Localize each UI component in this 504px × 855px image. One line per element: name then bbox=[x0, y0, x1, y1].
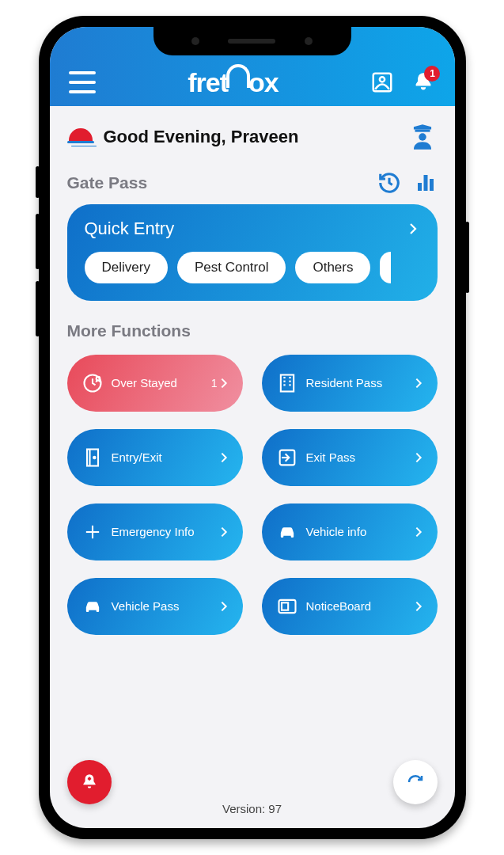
svg-rect-2 bbox=[415, 130, 430, 132]
door-icon bbox=[81, 446, 104, 469]
svg-point-3 bbox=[419, 133, 426, 141]
function-vehicle-info[interactable]: Vehicle info bbox=[262, 504, 438, 560]
svg-rect-24 bbox=[282, 602, 288, 610]
phone-frame: fret ox 1 bbox=[39, 16, 466, 839]
phone-notch bbox=[153, 27, 351, 55]
phone-screen: fret ox 1 bbox=[50, 27, 455, 828]
function-exit-pass[interactable]: Exit Pass bbox=[262, 429, 438, 486]
greeting-row: Good Evening, Praveen bbox=[67, 122, 438, 152]
quick-chip-delivery[interactable]: Delivery bbox=[85, 252, 168, 283]
function-label: Over Stayed bbox=[112, 376, 208, 390]
function-emergency-info[interactable]: Emergency Info bbox=[67, 504, 243, 560]
function-label: Resident Pass bbox=[306, 376, 412, 390]
refresh-fab[interactable] bbox=[393, 760, 438, 804]
gallery-icon[interactable] bbox=[370, 70, 394, 94]
svg-point-18 bbox=[93, 457, 95, 458]
function-vehicle-pass[interactable]: Vehicle Pass bbox=[67, 578, 243, 635]
clock-person-icon bbox=[81, 372, 104, 394]
chevron-right-icon[interactable] bbox=[406, 222, 420, 236]
exit-arrow-icon bbox=[276, 446, 298, 469]
chevron-right-icon bbox=[218, 600, 230, 613]
function-noticeboard[interactable]: NoticeBoard bbox=[262, 578, 438, 635]
function-badge: 1 bbox=[211, 377, 218, 390]
chevron-right-icon bbox=[218, 377, 230, 390]
header-actions: 1 bbox=[370, 70, 435, 94]
phone-side-button bbox=[36, 214, 40, 269]
quick-entry-card: Quick Entry Delivery Pest Control Others bbox=[67, 204, 438, 301]
function-entry-exit[interactable]: Entry/Exit bbox=[67, 429, 243, 486]
bar-chart-icon[interactable] bbox=[414, 171, 438, 195]
menu-button[interactable] bbox=[69, 71, 96, 93]
version-label: Version: 97 bbox=[50, 802, 455, 815]
app-logo: fret ox bbox=[188, 67, 278, 98]
svg-point-1 bbox=[380, 77, 385, 82]
function-resident-pass[interactable]: Resident Pass bbox=[262, 355, 438, 412]
quick-chip-more[interactable] bbox=[380, 252, 391, 283]
chevron-right-icon bbox=[218, 451, 230, 464]
function-label: Vehicle info bbox=[306, 525, 412, 538]
function-label: Vehicle Pass bbox=[112, 599, 218, 613]
sunset-icon bbox=[67, 124, 94, 150]
svg-rect-4 bbox=[418, 183, 422, 191]
quick-chip-others[interactable]: Others bbox=[295, 252, 370, 283]
logo-text-right: ox bbox=[248, 67, 279, 98]
chevron-right-icon bbox=[412, 600, 425, 613]
history-icon[interactable] bbox=[377, 171, 401, 195]
notification-bell-button[interactable]: 1 bbox=[411, 70, 435, 94]
gate-pass-title: Gate Pass bbox=[67, 173, 148, 192]
security-guard-icon[interactable] bbox=[407, 122, 438, 152]
bell-plus-icon bbox=[79, 772, 100, 792]
functions-grid: Over Stayed 1 Resident Pass bbox=[67, 355, 438, 635]
plus-icon bbox=[81, 521, 104, 543]
more-functions-title: More Functions bbox=[67, 321, 438, 340]
phone-side-button bbox=[465, 222, 469, 293]
refresh-icon bbox=[406, 773, 425, 792]
svg-rect-5 bbox=[423, 175, 427, 191]
function-label: NoticeBoard bbox=[306, 599, 412, 613]
function-label: Emergency Info bbox=[112, 525, 218, 538]
car-icon bbox=[276, 521, 298, 543]
svg-rect-9 bbox=[280, 375, 293, 392]
chevron-right-icon bbox=[412, 377, 425, 390]
phone-side-button bbox=[36, 281, 40, 336]
svg-rect-16 bbox=[87, 450, 98, 466]
emergency-fab[interactable] bbox=[67, 760, 112, 804]
function-label: Exit Pass bbox=[306, 450, 412, 464]
quick-chip-pest-control[interactable]: Pest Control bbox=[177, 252, 286, 283]
noticeboard-icon bbox=[276, 595, 298, 618]
function-over-stayed[interactable]: Over Stayed 1 bbox=[67, 355, 243, 412]
car-icon bbox=[81, 595, 104, 618]
function-label: Entry/Exit bbox=[112, 450, 218, 464]
chevron-right-icon bbox=[218, 526, 230, 538]
svg-rect-6 bbox=[430, 179, 434, 191]
logo-text-left: fret bbox=[188, 67, 228, 98]
phone-side-button bbox=[36, 166, 40, 198]
quick-entry-title: Quick Entry bbox=[85, 218, 175, 239]
notification-badge: 1 bbox=[424, 66, 440, 82]
main-content: Good Evening, Praveen Gate Pass bbox=[50, 106, 455, 828]
gate-pass-section-header: Gate Pass bbox=[67, 171, 438, 195]
quick-entry-chips: Delivery Pest Control Others bbox=[85, 252, 420, 283]
greeting-text: Good Evening, Praveen bbox=[104, 127, 299, 147]
chevron-right-icon bbox=[412, 526, 425, 538]
chevron-right-icon bbox=[412, 451, 425, 464]
logo-arc-icon bbox=[226, 64, 250, 88]
building-icon bbox=[276, 372, 298, 394]
